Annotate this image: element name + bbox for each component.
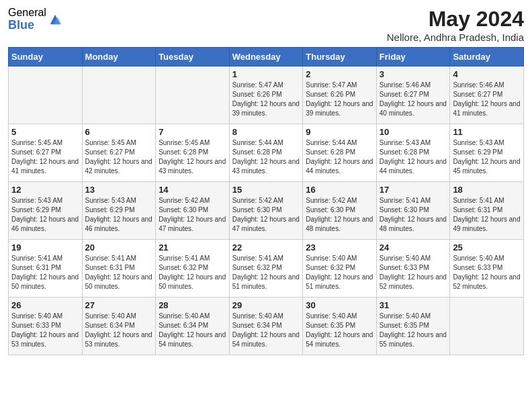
day-number: 9 bbox=[306, 127, 373, 137]
day-number: 22 bbox=[232, 242, 300, 253]
calendar-cell: 27Sunrise: 5:40 AM Sunset: 6:34 PM Dayli… bbox=[82, 298, 156, 355]
day-number: 2 bbox=[306, 69, 373, 79]
calendar-week-3: 12Sunrise: 5:43 AM Sunset: 6:29 PM Dayli… bbox=[9, 182, 524, 240]
day-detail: Sunrise: 5:42 AM Sunset: 6:30 PM Dayligh… bbox=[306, 197, 373, 232]
day-number: 28 bbox=[159, 300, 226, 310]
day-number: 24 bbox=[380, 242, 447, 253]
day-number: 31 bbox=[380, 300, 447, 310]
calendar-cell bbox=[156, 66, 230, 124]
header-friday: Friday bbox=[376, 48, 450, 66]
day-detail: Sunrise: 5:41 AM Sunset: 6:32 PM Dayligh… bbox=[232, 255, 300, 290]
calendar-cell bbox=[450, 298, 524, 355]
day-detail: Sunrise: 5:40 AM Sunset: 6:34 PM Dayligh… bbox=[85, 312, 152, 348]
day-detail: Sunrise: 5:42 AM Sunset: 6:30 PM Dayligh… bbox=[159, 197, 226, 232]
calendar-cell: 7Sunrise: 5:45 AM Sunset: 6:28 PM Daylig… bbox=[156, 124, 230, 182]
day-detail: Sunrise: 5:47 AM Sunset: 6:26 PM Dayligh… bbox=[232, 81, 300, 117]
day-number: 21 bbox=[159, 242, 226, 253]
title-block: May 2024 Nellore, Andhra Pradesh, India bbox=[387, 7, 524, 43]
day-detail: Sunrise: 5:45 AM Sunset: 6:27 PM Dayligh… bbox=[11, 139, 79, 175]
calendar-cell: 20Sunrise: 5:41 AM Sunset: 6:31 PM Dayli… bbox=[82, 240, 156, 298]
calendar-cell: 28Sunrise: 5:40 AM Sunset: 6:34 PM Dayli… bbox=[156, 298, 230, 355]
calendar-cell: 8Sunrise: 5:44 AM Sunset: 6:28 PM Daylig… bbox=[229, 124, 303, 182]
day-number: 10 bbox=[380, 127, 447, 137]
calendar-cell: 16Sunrise: 5:42 AM Sunset: 6:30 PM Dayli… bbox=[303, 182, 377, 240]
calendar-cell: 6Sunrise: 5:45 AM Sunset: 6:27 PM Daylig… bbox=[82, 124, 156, 182]
header: General Blue May 2024 Nellore, Andhra Pr… bbox=[8, 7, 524, 43]
day-detail: Sunrise: 5:43 AM Sunset: 6:29 PM Dayligh… bbox=[85, 197, 152, 232]
calendar-cell: 14Sunrise: 5:42 AM Sunset: 6:30 PM Dayli… bbox=[156, 182, 230, 240]
calendar-cell: 12Sunrise: 5:43 AM Sunset: 6:29 PM Dayli… bbox=[9, 182, 83, 240]
day-number: 19 bbox=[11, 242, 79, 253]
day-number: 16 bbox=[306, 185, 373, 195]
day-detail: Sunrise: 5:41 AM Sunset: 6:31 PM Dayligh… bbox=[11, 255, 79, 290]
calendar-cell: 26Sunrise: 5:40 AM Sunset: 6:33 PM Dayli… bbox=[9, 298, 83, 355]
day-detail: Sunrise: 5:40 AM Sunset: 6:34 PM Dayligh… bbox=[159, 312, 226, 348]
header-saturday: Saturday bbox=[450, 48, 524, 66]
day-number: 12 bbox=[11, 185, 79, 195]
day-number: 30 bbox=[306, 300, 373, 310]
header-tuesday: Tuesday bbox=[156, 48, 230, 66]
day-detail: Sunrise: 5:40 AM Sunset: 6:34 PM Dayligh… bbox=[232, 312, 300, 348]
calendar-cell: 9Sunrise: 5:44 AM Sunset: 6:28 PM Daylig… bbox=[303, 124, 377, 182]
calendar-cell bbox=[82, 66, 156, 124]
day-number: 27 bbox=[85, 300, 153, 310]
day-number: 26 bbox=[11, 300, 79, 310]
day-number: 25 bbox=[453, 242, 521, 253]
calendar-cell: 13Sunrise: 5:43 AM Sunset: 6:29 PM Dayli… bbox=[82, 182, 156, 240]
calendar-cell: 3Sunrise: 5:46 AM Sunset: 6:27 PM Daylig… bbox=[376, 66, 450, 124]
day-detail: Sunrise: 5:43 AM Sunset: 6:29 PM Dayligh… bbox=[11, 197, 79, 232]
day-number: 23 bbox=[306, 242, 373, 253]
calendar-cell: 10Sunrise: 5:43 AM Sunset: 6:28 PM Dayli… bbox=[376, 124, 450, 182]
calendar-cell: 1Sunrise: 5:47 AM Sunset: 6:26 PM Daylig… bbox=[229, 66, 303, 124]
day-detail: Sunrise: 5:41 AM Sunset: 6:32 PM Dayligh… bbox=[159, 255, 226, 290]
day-number: 18 bbox=[453, 185, 521, 195]
day-detail: Sunrise: 5:43 AM Sunset: 6:28 PM Dayligh… bbox=[380, 139, 447, 175]
logo-text: General Blue bbox=[8, 7, 46, 32]
day-detail: Sunrise: 5:44 AM Sunset: 6:28 PM Dayligh… bbox=[306, 139, 373, 175]
logo: General Blue bbox=[8, 7, 62, 32]
day-number: 15 bbox=[232, 185, 300, 195]
day-number: 4 bbox=[453, 69, 521, 79]
day-detail: Sunrise: 5:46 AM Sunset: 6:27 PM Dayligh… bbox=[453, 81, 520, 117]
logo-blue: Blue bbox=[8, 19, 46, 32]
subtitle: Nellore, Andhra Pradesh, India bbox=[387, 32, 524, 43]
day-detail: Sunrise: 5:44 AM Sunset: 6:28 PM Dayligh… bbox=[232, 139, 300, 175]
calendar-week-4: 19Sunrise: 5:41 AM Sunset: 6:31 PM Dayli… bbox=[9, 240, 524, 298]
calendar-week-5: 26Sunrise: 5:40 AM Sunset: 6:33 PM Dayli… bbox=[9, 298, 524, 355]
day-detail: Sunrise: 5:47 AM Sunset: 6:26 PM Dayligh… bbox=[306, 81, 373, 117]
calendar-cell: 11Sunrise: 5:43 AM Sunset: 6:29 PM Dayli… bbox=[450, 124, 524, 182]
day-number: 7 bbox=[159, 127, 226, 137]
day-number: 3 bbox=[380, 69, 447, 79]
header-wednesday: Wednesday bbox=[229, 48, 303, 66]
day-detail: Sunrise: 5:45 AM Sunset: 6:28 PM Dayligh… bbox=[159, 139, 226, 175]
day-detail: Sunrise: 5:40 AM Sunset: 6:35 PM Dayligh… bbox=[380, 312, 447, 348]
day-detail: Sunrise: 5:43 AM Sunset: 6:29 PM Dayligh… bbox=[453, 139, 520, 175]
header-sunday: Sunday bbox=[9, 48, 83, 66]
day-detail: Sunrise: 5:41 AM Sunset: 6:30 PM Dayligh… bbox=[380, 197, 447, 232]
day-number: 11 bbox=[453, 127, 521, 137]
calendar-cell: 29Sunrise: 5:40 AM Sunset: 6:34 PM Dayli… bbox=[229, 298, 303, 355]
day-detail: Sunrise: 5:45 AM Sunset: 6:27 PM Dayligh… bbox=[85, 139, 152, 175]
calendar-week-1: 1Sunrise: 5:47 AM Sunset: 6:26 PM Daylig… bbox=[9, 66, 524, 124]
calendar-cell: 31Sunrise: 5:40 AM Sunset: 6:35 PM Dayli… bbox=[376, 298, 450, 355]
calendar-cell: 5Sunrise: 5:45 AM Sunset: 6:27 PM Daylig… bbox=[9, 124, 83, 182]
main-title: May 2024 bbox=[387, 7, 524, 32]
day-detail: Sunrise: 5:40 AM Sunset: 6:32 PM Dayligh… bbox=[306, 255, 373, 290]
calendar-cell: 18Sunrise: 5:41 AM Sunset: 6:31 PM Dayli… bbox=[450, 182, 524, 240]
logo-icon bbox=[48, 12, 62, 27]
logo-general: General bbox=[8, 7, 46, 19]
calendar-cell bbox=[9, 66, 83, 124]
calendar-cell: 15Sunrise: 5:42 AM Sunset: 6:30 PM Dayli… bbox=[229, 182, 303, 240]
day-detail: Sunrise: 5:40 AM Sunset: 6:33 PM Dayligh… bbox=[380, 255, 447, 290]
calendar-table: SundayMondayTuesdayWednesdayThursdayFrid… bbox=[8, 47, 524, 355]
page: General Blue May 2024 Nellore, Andhra Pr… bbox=[0, 0, 532, 363]
calendar-cell: 19Sunrise: 5:41 AM Sunset: 6:31 PM Dayli… bbox=[9, 240, 83, 298]
calendar-cell: 24Sunrise: 5:40 AM Sunset: 6:33 PM Dayli… bbox=[376, 240, 450, 298]
calendar-cell: 25Sunrise: 5:40 AM Sunset: 6:33 PM Dayli… bbox=[450, 240, 524, 298]
day-detail: Sunrise: 5:42 AM Sunset: 6:30 PM Dayligh… bbox=[232, 197, 300, 232]
day-detail: Sunrise: 5:40 AM Sunset: 6:35 PM Dayligh… bbox=[306, 312, 373, 348]
day-detail: Sunrise: 5:40 AM Sunset: 6:33 PM Dayligh… bbox=[453, 255, 520, 290]
calendar-cell: 22Sunrise: 5:41 AM Sunset: 6:32 PM Dayli… bbox=[229, 240, 303, 298]
day-number: 5 bbox=[11, 127, 79, 137]
day-number: 6 bbox=[85, 127, 153, 137]
